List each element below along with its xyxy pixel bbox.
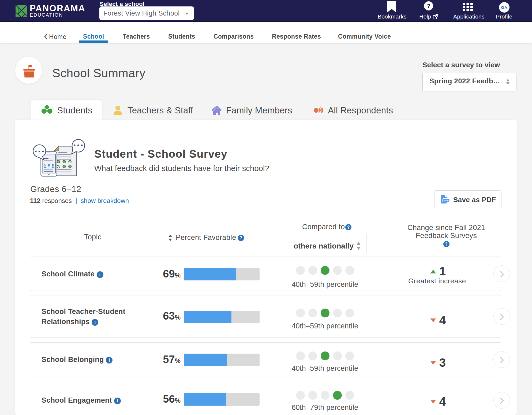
svg-text:PDF: PDF (444, 199, 449, 202)
svg-text:?: ? (427, 3, 430, 9)
svg-text:GA: GA (501, 5, 507, 10)
